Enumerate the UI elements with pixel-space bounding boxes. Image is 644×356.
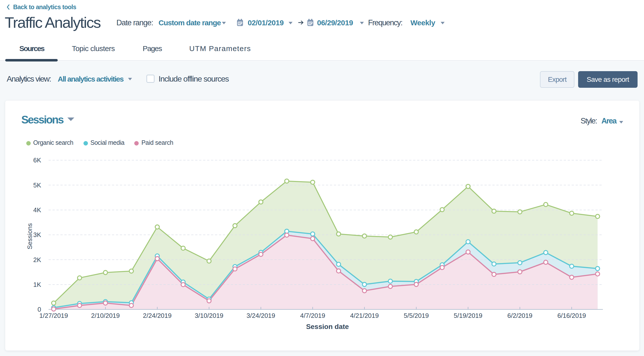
svg-text:1K: 1K bbox=[33, 281, 41, 288]
svg-text:4/21/2019: 4/21/2019 bbox=[350, 312, 379, 319]
svg-text:5/5/2019: 5/5/2019 bbox=[404, 312, 429, 319]
svg-text:6K: 6K bbox=[33, 156, 41, 164]
svg-text:3/24/2019: 3/24/2019 bbox=[246, 312, 275, 319]
svg-text:Session date: Session date bbox=[306, 323, 349, 330]
svg-text:6/2/2019: 6/2/2019 bbox=[507, 312, 532, 319]
svg-text:2K: 2K bbox=[33, 256, 41, 263]
svg-text:6/16/2019: 6/16/2019 bbox=[557, 312, 586, 319]
svg-text:Sessions: Sessions bbox=[26, 223, 34, 249]
svg-text:2/10/2019: 2/10/2019 bbox=[91, 312, 120, 319]
svg-text:1/27/2019: 1/27/2019 bbox=[40, 312, 68, 319]
svg-text:3K: 3K bbox=[33, 231, 41, 238]
svg-text:4/7/2019: 4/7/2019 bbox=[300, 312, 325, 319]
svg-text:3/10/2019: 3/10/2019 bbox=[195, 312, 224, 319]
svg-text:4K: 4K bbox=[33, 206, 41, 214]
svg-text:2/24/2019: 2/24/2019 bbox=[143, 312, 172, 319]
svg-text:5/19/2019: 5/19/2019 bbox=[454, 312, 482, 319]
svg-text:5K: 5K bbox=[33, 181, 41, 189]
